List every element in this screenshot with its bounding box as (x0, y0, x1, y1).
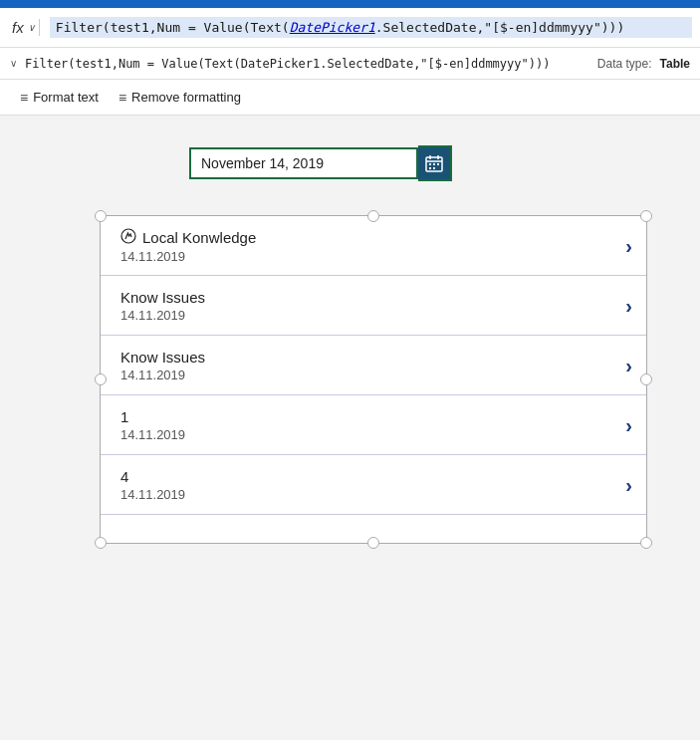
toolbar-row: ≡ Format text ≡ Remove formatting (0, 80, 700, 116)
list-item-date: 14.11.2019 (120, 427, 630, 442)
list-item[interactable]: 1 14.11.2019 › (101, 395, 646, 455)
format-text-label: Format text (33, 90, 99, 105)
list-item-date: 14.11.2019 (120, 308, 630, 323)
app-bar (0, 0, 700, 8)
remove-formatting-button[interactable]: ≡ Remove formatting (111, 86, 249, 110)
data-type-value: Table (660, 57, 690, 71)
list-item-date: 14.11.2019 (120, 368, 630, 382)
list-item-title: 4 (120, 468, 630, 485)
list-item-title: Local Konwledge (120, 228, 630, 247)
list-item-empty (101, 515, 646, 543)
list-item-date: 14.11.2019 (120, 487, 630, 502)
datepicker-calendar-button[interactable] (418, 145, 452, 181)
list-item-title: Know Issues (120, 349, 630, 366)
suggestion-chevron-icon: ∨ (10, 58, 17, 69)
list-item-title: Know Issues (120, 289, 630, 306)
list-item-chevron-icon: › (625, 234, 632, 257)
remove-formatting-icon: ≡ (118, 90, 126, 106)
list-item-chevron-icon: › (625, 354, 632, 376)
svg-rect-4 (429, 163, 431, 165)
datepicker-wrapper (189, 145, 452, 181)
suggestion-row: ∨ Filter(test1,Num = Value(Text(DatePick… (0, 48, 700, 80)
formula-bar: fx ∨ Filter(test1,Num = Value(Text(DateP… (0, 8, 700, 48)
canvas-area: Local Konwledge 14.11.2019 › Know Issues… (0, 116, 700, 740)
list-item-date: 14.11.2019 (120, 249, 630, 264)
fx-chevron-icon: ∨ (28, 22, 35, 33)
list-item-title: 1 (120, 408, 630, 425)
datepicker-input[interactable] (189, 147, 418, 179)
list-item[interactable]: Local Konwledge 14.11.2019 › (101, 216, 646, 276)
fx-label: fx ∨ (8, 19, 40, 36)
formula-input[interactable]: Filter(test1,Num = Value(Text(DatePicker… (50, 17, 692, 38)
calendar-icon (425, 154, 443, 172)
list-container: Local Konwledge 14.11.2019 › Know Issues… (100, 215, 647, 544)
remove-formatting-label: Remove formatting (131, 90, 241, 105)
suggestion-text: Filter(test1,Num = Value(Text(DatePicker… (25, 57, 589, 71)
format-text-icon: ≡ (20, 90, 28, 106)
list-item[interactable]: 4 14.11.2019 › (101, 455, 646, 515)
list-item[interactable]: Know Issues 14.11.2019 › (101, 336, 646, 395)
data-type-label: Data type: (597, 57, 652, 71)
list-item[interactable]: Know Issues 14.11.2019 › (101, 276, 646, 336)
svg-rect-8 (433, 167, 435, 169)
list-item-chevron-icon: › (625, 473, 632, 496)
list-item-chevron-icon: › (625, 413, 632, 436)
pen-icon (120, 228, 136, 247)
svg-rect-5 (433, 163, 435, 165)
list-item-chevron-icon: › (625, 294, 632, 317)
format-text-button[interactable]: ≡ Format text (12, 86, 107, 110)
svg-rect-6 (437, 163, 439, 165)
svg-rect-7 (429, 167, 431, 169)
